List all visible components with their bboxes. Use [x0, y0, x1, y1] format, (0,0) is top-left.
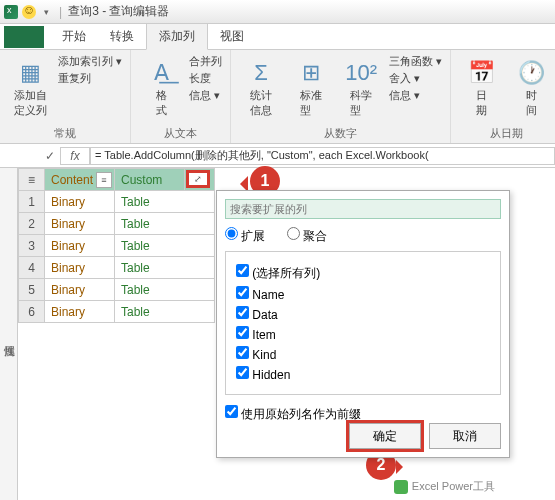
table-icon: ▦: [20, 60, 41, 86]
trig-button[interactable]: 三角函数 ▾: [389, 54, 442, 69]
radio-aggregate[interactable]: 聚合: [287, 229, 327, 243]
add-custom-col-button[interactable]: ▦ 添加自 定义列: [8, 54, 52, 124]
column-checklist: (选择所有列) Name Data Item Kind Hidden: [225, 251, 501, 395]
radio-expand[interactable]: 扩展: [225, 229, 265, 243]
col-header-custom[interactable]: Custom: [115, 169, 185, 191]
tab-home[interactable]: 开始: [50, 24, 98, 49]
ribbon-tabs: 开始 转换 添加列 视图: [0, 24, 555, 50]
chk-item[interactable]: Item: [236, 326, 490, 342]
chk-data[interactable]: Data: [236, 306, 490, 322]
smiley-icon: [22, 5, 36, 19]
format-button[interactable]: A͟ 格 式: [139, 54, 183, 124]
side-panel-label[interactable]: 属性: [0, 168, 18, 500]
table-row: 1BinaryTable: [19, 191, 215, 213]
group-label-text: 从文本: [139, 124, 222, 141]
grid-icon: ⊞: [302, 60, 320, 86]
expand-icon[interactable]: ⤢: [186, 170, 210, 188]
format-icon: A͟: [154, 60, 169, 86]
group-label-general: 常规: [8, 124, 122, 141]
round-button[interactable]: 舍入 ▾: [389, 71, 442, 86]
table-row: 4BinaryTable: [19, 257, 215, 279]
duplicate-col-button[interactable]: 重复列: [58, 71, 122, 86]
stats-button[interactable]: Σ统计 信息: [239, 54, 283, 124]
length-button[interactable]: 长度: [189, 71, 222, 86]
cancel-button[interactable]: 取消: [429, 423, 501, 449]
fx-icon[interactable]: fx: [60, 147, 90, 165]
file-button[interactable]: [4, 26, 44, 48]
formula-bar: ✓ fx: [0, 144, 555, 168]
col-header-content[interactable]: Content≡: [45, 169, 115, 191]
chk-use-prefix[interactable]: 使用原始列名作为前缀: [225, 407, 361, 421]
formula-check-icon[interactable]: ✓: [40, 149, 60, 163]
expand-popup: 扩展 聚合 (选择所有列) Name Data Item Kind Hidden…: [216, 190, 510, 458]
ribbon-group-number: Σ统计 信息 ⊞标准 型 10²科学 型 三角函数 ▾ 舍入 ▾ 信息 ▾ 从数…: [231, 50, 451, 143]
corner-cell[interactable]: ≡: [19, 169, 45, 191]
chk-select-all[interactable]: (选择所有列): [236, 264, 490, 282]
search-columns-input[interactable]: [225, 199, 501, 219]
group-label-date: 从日期: [459, 124, 553, 141]
menu-icon: ≡: [28, 173, 35, 187]
text-info-button[interactable]: 信息 ▾: [189, 88, 222, 103]
ok-button[interactable]: 确定: [349, 423, 421, 449]
formula-input[interactable]: [90, 147, 555, 165]
exponent-icon: 10²: [345, 60, 377, 86]
standard-button[interactable]: ⊞标准 型: [289, 54, 333, 124]
chk-kind[interactable]: Kind: [236, 346, 490, 362]
window-title: 查询3 - 查询编辑器: [68, 3, 169, 20]
tab-addcolumn[interactable]: 添加列: [146, 23, 208, 50]
add-index-col-button[interactable]: 添加索引列 ▾: [58, 54, 122, 69]
clock-icon: 🕐: [518, 60, 545, 86]
tab-view[interactable]: 视图: [208, 24, 256, 49]
merge-cols-button[interactable]: 合并列: [189, 54, 222, 69]
date-button[interactable]: 📅日 期: [459, 54, 503, 124]
wechat-icon: [394, 480, 408, 494]
watermark: Excel Power工具: [394, 479, 495, 494]
ribbon: ▦ 添加自 定义列 添加索引列 ▾ 重复列 常规 A͟ 格 式 合并列 长度 信…: [0, 50, 555, 144]
tab-transform[interactable]: 转换: [98, 24, 146, 49]
chk-name[interactable]: Name: [236, 286, 490, 302]
col-header-expand[interactable]: ⤢: [185, 169, 215, 191]
sigma-icon: Σ: [254, 60, 268, 86]
excel-icon: [4, 5, 18, 19]
table-row: 5BinaryTable: [19, 279, 215, 301]
data-grid: ≡ Content≡ Custom ⤢ 1BinaryTable 2Binary…: [18, 168, 215, 323]
qat-dropdown-icon[interactable]: ▾: [44, 7, 49, 17]
ribbon-group-date: 📅日 期 🕐时 间 从日期: [451, 50, 555, 143]
table-row: 3BinaryTable: [19, 235, 215, 257]
ribbon-group-text: A͟ 格 式 合并列 长度 信息 ▾ 从文本: [131, 50, 231, 143]
table-row: 6BinaryTable: [19, 301, 215, 323]
num-info-button[interactable]: 信息 ▾: [389, 88, 442, 103]
ribbon-group-general: ▦ 添加自 定义列 添加索引列 ▾ 重复列 常规: [0, 50, 131, 143]
time-button[interactable]: 🕐时 间: [509, 54, 553, 124]
chk-hidden[interactable]: Hidden: [236, 366, 490, 382]
titlebar: ▾ | 查询3 - 查询编辑器: [0, 0, 555, 24]
separator: |: [59, 5, 62, 19]
group-label-number: 从数字: [239, 124, 442, 141]
table-row: 2BinaryTable: [19, 213, 215, 235]
scientific-button[interactable]: 10²科学 型: [339, 54, 383, 124]
calendar-icon: 📅: [468, 60, 495, 86]
type-dropdown-icon[interactable]: ≡: [96, 172, 112, 188]
